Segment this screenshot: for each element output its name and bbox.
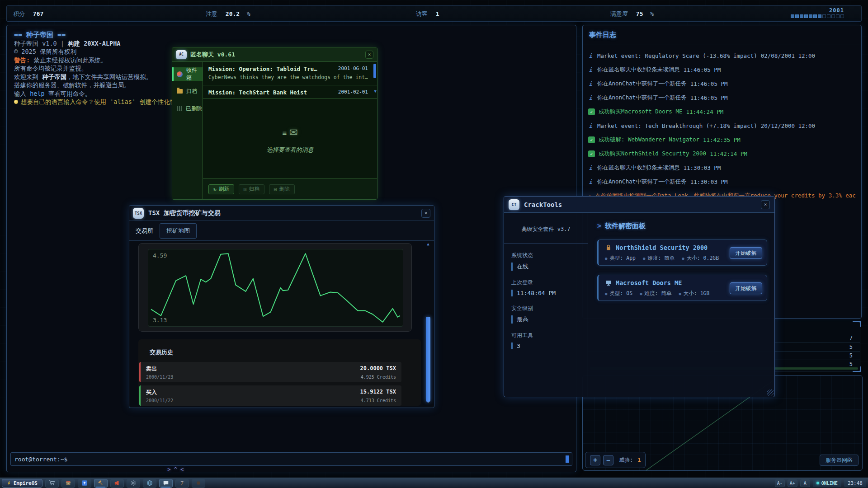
info-icon: i — [588, 122, 594, 129]
taskbar-auction-icon[interactable] — [94, 479, 108, 488]
credits-label: 积分 — [13, 10, 25, 17]
font-increase-button[interactable]: A+ — [788, 479, 797, 487]
sidebar-item-inbox[interactable]: 收件箱 — [172, 67, 203, 81]
scroll-down-icon[interactable]: ▼ — [374, 89, 377, 94]
taskbar-mining-icon[interactable] — [175, 479, 189, 488]
transaction-date: 2000/11/22 — [146, 398, 173, 403]
year-square — [822, 14, 826, 18]
visitors-label: 访客 — [416, 10, 428, 17]
year-square — [809, 14, 812, 18]
sidebar-item-label: 归档 — [186, 88, 197, 95]
close-icon[interactable]: × — [365, 51, 373, 59]
tsx-title: TSX 加密货币挖矿与交易 — [148, 209, 417, 217]
cracktools-app-icon: CT — [509, 199, 519, 210]
map-controls: + − 威胁: 1 — [585, 452, 646, 468]
message-date: 2001-02-01 — [338, 89, 368, 96]
taskbar-right-group: A- A+ A ONLINE 23:48 — [775, 479, 866, 487]
taskbar-clock: 23:48 — [844, 479, 866, 487]
tsx-app-icon: TSX — [133, 208, 144, 219]
os-start-button[interactable]: EmpireOS — [2, 479, 42, 488]
taskbar-settings-icon[interactable] — [127, 479, 140, 488]
terminal-welcome-line: 欢迎来到 种子帝国，地下文件共享网站运营模拟。 — [14, 73, 194, 81]
sidebar-item-archive[interactable]: 归档 — [172, 84, 203, 98]
info-icon: i — [588, 178, 594, 185]
security-level-section: 安全级别 最高 — [511, 305, 588, 324]
scroll-down-icon[interactable]: ▼ — [425, 399, 431, 404]
transaction-type: 买入 — [146, 389, 157, 396]
message-list-item[interactable]: Mission: Operation: Tabloid Tru… 2001-06… — [203, 62, 377, 85]
sidebar-item-deleted[interactable]: 已删除 — [172, 102, 203, 115]
log-entry: iMarket event: Tech Breakthrough (+7.18%… — [588, 119, 856, 133]
year-square — [804, 14, 808, 18]
tsx-scrollbar[interactable]: ▲ ▼ — [425, 242, 431, 404]
font-reset-button[interactable]: A — [800, 479, 810, 487]
zoom-in-button[interactable]: + — [590, 455, 600, 465]
security-value: 最高 — [511, 315, 588, 324]
anonchat-title: 匿名聊天 v0.61 — [190, 51, 362, 59]
info-icon: i — [588, 164, 594, 171]
taskbar-browser-icon[interactable] — [143, 479, 156, 488]
price-line-chart — [148, 249, 403, 326]
system-status-section: 系统状态 在线 — [511, 252, 588, 271]
delete-button[interactable]: ⊟删除 — [269, 184, 295, 194]
chevron-right-icon: > — [597, 222, 601, 230]
sidebar-item-label: 收件箱 — [186, 66, 203, 82]
year-square — [813, 14, 817, 18]
log-entry: ✓成功购买Macrosoft Doors ME11:44:24 PM — [588, 105, 856, 119]
taskbar-upload-icon[interactable] — [78, 479, 91, 488]
info-icon: i — [588, 52, 594, 59]
year-square — [791, 14, 794, 18]
cracktools-body: 高级安全套件 v3.7 系统状态 在线 上次登录 11:48:04 PM 安全级… — [504, 213, 774, 397]
message-date: 2001-06-01 — [338, 66, 368, 72]
anonchat-sidebar: 收件箱 归档 已删除 — [172, 62, 203, 199]
archive-button[interactable]: ⊡归档 — [239, 184, 264, 194]
satisfaction-label: 满意度 — [610, 10, 628, 17]
software-meta: ●类型: App ●难度: 简单 ●大小: 0.2GB — [605, 255, 719, 262]
top-status-bar: 积分 767 注意 20.2 % 访客 1 满意度 75 % 2001 — [6, 5, 862, 22]
taskbar-chat-icon[interactable] — [159, 479, 173, 488]
price-chart: 4.59 3.13 — [148, 249, 403, 327]
year-progress: 2001 — [791, 7, 844, 18]
software-name: Macrosoft Doors ME — [616, 279, 682, 286]
visitors-value: 1 — [436, 10, 439, 17]
attention-label: 注意 — [206, 10, 217, 17]
refresh-button[interactable]: ↻刷新 — [208, 184, 234, 194]
scroll-up-icon[interactable]: ▲ — [425, 242, 431, 246]
scrollbar-thumb[interactable] — [426, 317, 430, 402]
cracktools-main: >软件解密面板 NorthShield Security 2000 ●类型: A… — [588, 213, 774, 397]
info-icon: i — [588, 94, 594, 101]
font-decrease-button[interactable]: A- — [775, 479, 785, 487]
terminal-version-line: 种子帝国 v1.0 | 构建 20XX-ALPHA — [14, 39, 194, 48]
tsx-titlebar[interactable]: TSX TSX 加密货币挖矿与交易 × — [129, 206, 434, 221]
message-list-scrollbar[interactable] — [373, 64, 376, 78]
zoom-out-button[interactable]: − — [603, 455, 613, 465]
inbox-icon — [177, 71, 183, 77]
start-crack-button[interactable]: 开始破解 — [730, 282, 762, 294]
transaction-row-buy: 买入 2000/11/22 15.9122 TSX 4.713 Credits — [139, 385, 401, 406]
terminal-command-input[interactable]: root@torrent:~$ — [10, 452, 572, 466]
tab-mining-map[interactable]: 挖矿地图 — [160, 223, 197, 239]
close-icon[interactable]: × — [761, 200, 770, 209]
message-list-item[interactable]: Mission: TechStart Bank Heist 2001-02-01 — [203, 85, 377, 99]
last-login-section: 上次登录 11:48:04 PM — [511, 279, 588, 296]
anonchat-titlebar[interactable]: AC 匿名聊天 v0.61 × — [172, 47, 377, 62]
attention-unit: % — [247, 10, 250, 17]
server-network-button[interactable]: 服务器网络 — [820, 455, 859, 466]
resize-handle[interactable] — [767, 389, 774, 396]
taskbar-marketing-icon[interactable] — [110, 479, 124, 488]
cracktools-titlebar[interactable]: CT CrackTools × — [504, 197, 774, 213]
close-icon[interactable]: × — [421, 209, 430, 218]
terminal-monitor-line: 所有命令均被记录并监视。 — [14, 64, 194, 73]
log-entry: ✓成功购买NorthShield Security 200011:42:14 P… — [588, 147, 856, 161]
start-crack-button[interactable]: 开始破解 — [730, 247, 762, 259]
taskbar-inventory-icon[interactable] — [61, 479, 75, 488]
taskbar-app-icon[interactable] — [192, 479, 205, 488]
visitors-stat: 访客 1 — [416, 10, 439, 18]
software-name: NorthShield Security 2000 — [616, 244, 708, 251]
taskbar-shop-icon[interactable] — [45, 479, 59, 488]
login-label: 上次登录 — [511, 279, 588, 286]
status-value: 在线 — [511, 263, 588, 271]
tab-exchange[interactable]: 交易所 — [136, 227, 153, 235]
year-square — [795, 14, 799, 18]
terminal-tip-line: 想要自己的语言输入命令？使用 'alias' 创建个性化快捷方式 — [14, 98, 194, 106]
